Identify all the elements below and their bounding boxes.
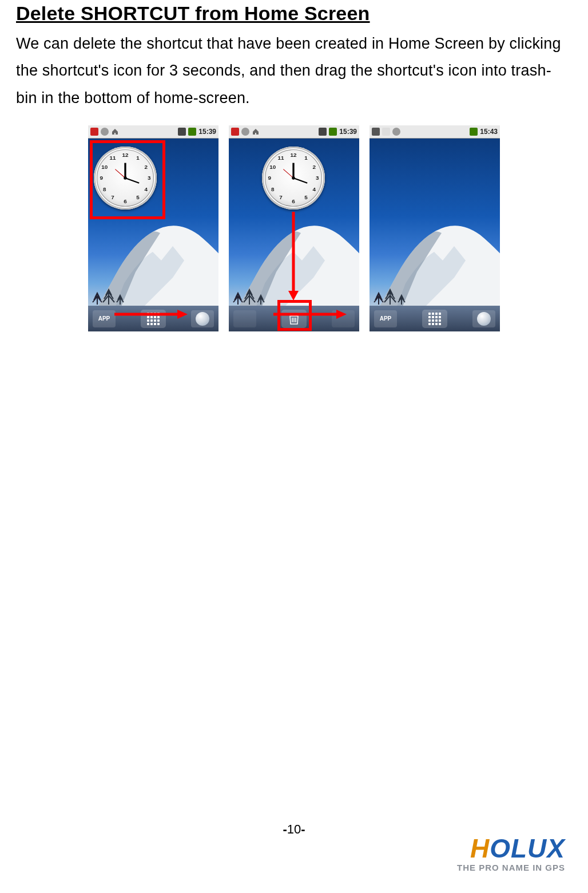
globe-icon <box>196 312 209 326</box>
svg-text:2: 2 <box>313 163 316 169</box>
svg-text:12: 12 <box>290 151 297 157</box>
trash-icon <box>288 313 300 325</box>
apps-grid-icon <box>147 313 160 325</box>
sd-card-icon <box>319 128 327 136</box>
globe-icon <box>477 312 491 326</box>
notification-badge-icon <box>90 128 98 136</box>
intro-text: We can delete the shortcut that have bee… <box>16 30 572 112</box>
wallpaper-trees <box>232 264 284 305</box>
wallpaper-trees <box>373 264 424 305</box>
dock: APP <box>88 306 218 331</box>
svg-text:1: 1 <box>136 155 140 161</box>
screenshot-3: 15:43 <box>370 125 500 331</box>
battery-icon <box>470 128 478 136</box>
svg-point-16 <box>124 176 127 180</box>
notification-badge-icon <box>231 128 239 136</box>
svg-text:6: 6 <box>292 198 295 204</box>
status-time: 15:39 <box>198 128 216 136</box>
browser-button[interactable] <box>472 310 495 327</box>
svg-line-14 <box>125 178 139 183</box>
status-time: 15:43 <box>480 128 498 136</box>
status-bar: 15:39 <box>88 125 218 139</box>
svg-text:5: 5 <box>136 194 140 200</box>
svg-text:8: 8 <box>271 186 275 192</box>
home-icon <box>111 128 119 136</box>
battery-icon <box>188 128 196 136</box>
alarm-icon <box>101 128 109 136</box>
debug-icon <box>382 128 390 136</box>
home-icon <box>252 128 260 136</box>
screenshots-row: 15:39 <box>16 125 572 331</box>
trash-button[interactable] <box>281 310 307 328</box>
wallpaper-trees <box>92 264 143 305</box>
screenshot-2: 15:39 <box>229 125 359 331</box>
brand-name: HOLUX <box>457 835 565 862</box>
status-time: 15:39 <box>339 128 357 136</box>
svg-text:9: 9 <box>268 175 271 181</box>
svg-text:3: 3 <box>316 175 319 181</box>
home-screen: 1212 345 678 91011 <box>229 139 359 331</box>
svg-text:10: 10 <box>101 163 108 169</box>
alarm-icon <box>241 128 249 136</box>
battery-icon <box>329 128 337 136</box>
browser-button[interactable] <box>191 310 214 327</box>
svg-text:10: 10 <box>269 163 276 169</box>
svg-text:1: 1 <box>304 155 308 161</box>
svg-text:8: 8 <box>103 186 106 192</box>
svg-text:4: 4 <box>313 186 316 192</box>
apps-grid-icon <box>428 313 441 325</box>
clock-widget[interactable]: 1212 345 678 91011 <box>94 147 157 210</box>
browser-button[interactable] <box>332 310 355 327</box>
home-screen: 1212 345 678 91011 APP <box>88 139 218 331</box>
svg-text:9: 9 <box>100 175 103 181</box>
home-screen: APP <box>370 139 500 331</box>
apps-grid-button[interactable] <box>141 310 166 328</box>
status-bar: 15:43 <box>370 125 500 139</box>
dock <box>229 306 359 331</box>
screenshot-1: 15:39 <box>88 125 218 331</box>
alarm-icon <box>392 128 400 136</box>
svg-line-15 <box>115 169 125 177</box>
svg-text:2: 2 <box>145 163 148 169</box>
brand-logo: HOLUX THE PRO NAME IN GPS <box>457 835 565 872</box>
svg-text:3: 3 <box>148 175 151 181</box>
svg-text:5: 5 <box>304 194 308 200</box>
svg-text:11: 11 <box>109 155 116 161</box>
svg-point-33 <box>292 176 295 180</box>
app-label: APP <box>380 315 392 322</box>
svg-text:12: 12 <box>122 151 129 157</box>
svg-line-31 <box>293 178 307 183</box>
usb-icon <box>372 128 380 136</box>
svg-text:7: 7 <box>279 194 283 200</box>
status-bar: 15:39 <box>229 125 359 139</box>
svg-text:11: 11 <box>277 155 284 161</box>
svg-text:6: 6 <box>124 198 127 204</box>
app-drawer-left[interactable] <box>233 310 256 327</box>
svg-line-32 <box>283 169 293 177</box>
app-drawer-left[interactable]: APP <box>93 310 116 327</box>
apps-grid-button[interactable] <box>422 310 447 328</box>
clock-widget[interactable]: 1212 345 678 91011 <box>262 147 325 210</box>
sd-card-icon <box>178 128 186 136</box>
page-title: Delete SHORTCUT from Home Screen <box>16 0 572 25</box>
svg-text:7: 7 <box>111 194 114 200</box>
svg-text:4: 4 <box>145 186 148 192</box>
app-drawer-left[interactable]: APP <box>374 310 397 327</box>
brand-tagline: THE PRO NAME IN GPS <box>457 863 565 872</box>
dock: APP <box>370 306 500 331</box>
app-label: APP <box>98 315 110 322</box>
